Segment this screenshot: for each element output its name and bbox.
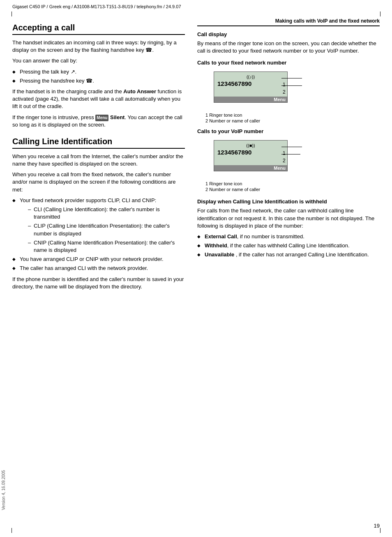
accepting-para4: If the ringer tone is intrusive, press M… <box>12 114 185 129</box>
crop-mark-bottom-left <box>12 528 12 533</box>
fixed-network-ringer-icon: ((♪)) <box>247 74 255 79</box>
withheld-title-text: Display when Calling Line Identification… <box>197 198 327 205</box>
header-left-text: Gigaset C450 IP / Greek eng / A31008-M17… <box>12 4 181 9</box>
cli-bullet1: Your fixed network provider supports CLI… <box>12 197 185 254</box>
page-header: Gigaset C450 IP / Greek eng / A31008-M17… <box>0 0 392 9</box>
cli-dash2: CLIP (Calling Line Identification Presen… <box>28 222 185 237</box>
withheld-term: Withheld <box>205 242 227 249</box>
fixed-network-menu-bar: Menu <box>214 97 287 102</box>
voip-label1: 1 Ringer tone icon <box>205 181 380 186</box>
crop-mark-bottom-right <box>380 528 380 533</box>
fixed-network-number: 1234567890 <box>217 79 284 88</box>
bullet-talk-key: Pressing the talk key ↗. <box>12 68 185 76</box>
bullet-handsfree-key: Pressing the handsfree key ☎. <box>12 77 185 85</box>
fixed-label2: 2 Number or name of caller <box>205 118 380 123</box>
bullet1-rest: , if no number is transmitted. <box>237 233 304 240</box>
cli-para1: When you receive a call from the Interne… <box>12 153 185 168</box>
voip-calls-title: Calls to your VoIP number <box>197 128 380 134</box>
cli-bullet-list: Your fixed network provider supports CLI… <box>12 197 185 272</box>
withheld-title: Display when Calling Line Identification… <box>197 198 380 205</box>
voip-label2: 2 Number or name of caller <box>205 187 380 192</box>
cli-para2: When you receive a call from the fixed n… <box>12 171 185 194</box>
fixed-network-calls-title: Calls to your fixed network number <box>197 60 380 66</box>
fixed-label1: 1 Ringer tone icon <box>205 113 380 118</box>
top-right-heading-text: Making calls with VoIP and the fixed net… <box>275 18 380 24</box>
page-content: Accepting a call The handset indicates a… <box>0 15 392 294</box>
cli-bullet2: You have arranged CLIP or CNIP with your… <box>12 256 185 263</box>
withheld-bullet2: Withheld, if the caller has withheld Cal… <box>197 242 380 249</box>
fixed-network-phone-wrapper: ((♪)) 1234567890 Menu 1 2 <box>205 68 288 104</box>
voip-number: 1234567890 <box>217 148 284 157</box>
right-column: Making calls with VoIP and the fixed net… <box>197 15 380 294</box>
version-vertical-text: Version 4, 16.09.2005 <box>1 470 6 510</box>
voip-ringer-icon: ((■)) <box>246 143 255 148</box>
cli-para3: If the phone number is identified and th… <box>12 276 185 290</box>
accepting-para3: If the handset is in the charging cradle… <box>12 88 185 111</box>
version-text: Version 4, 16.09.2005 <box>1 470 6 510</box>
voip-icon-row: ((■)) <box>217 142 284 148</box>
accepting-para2: You can answer the call by: <box>12 57 185 65</box>
fixed-network-phone-screen: ((♪)) 1234567890 Menu <box>214 71 288 103</box>
bullet2-rest: , if the caller has withheld Calling Lin… <box>227 242 350 249</box>
cli-dash1: CLI (Calling Line Identification): the c… <box>28 206 185 221</box>
page-number: 19 <box>374 523 380 529</box>
voip-labels: 1 Ringer tone icon 2 Number or name of c… <box>205 181 380 192</box>
right-col-top-heading: Making calls with VoIP and the fixed net… <box>197 15 380 26</box>
cli-dash3: CNIP (Calling Name Identification Presen… <box>28 239 185 254</box>
bullet3-rest: , if the caller has not arranged Calling… <box>234 251 369 258</box>
auto-answer-term: Auto Answer <box>123 88 156 94</box>
withheld-bullet3: Unavailable , if the caller has not arra… <box>197 251 380 258</box>
voip-ann2-num: 2 <box>283 158 286 164</box>
accepting-bullets: Pressing the talk key ↗. Pressing the ha… <box>12 68 185 85</box>
unavailable-term: Unavailable <box>205 251 234 258</box>
fixed-ann2: 2 <box>281 82 302 95</box>
voip-ann2: 2 <box>281 151 300 164</box>
cli-bullet3: The caller has arranged CLI with the net… <box>12 265 185 272</box>
silent-term: Silent <box>110 114 125 120</box>
accepting-a-call-title: Accepting a call <box>12 23 185 35</box>
withheld-bullets: External Call, if no number is transmitt… <box>197 233 380 259</box>
cli-title: Calling Line Identification <box>12 137 185 149</box>
accepting-para1: The handset indicates an incoming call i… <box>12 39 185 54</box>
voip-phone-screen: ((■)) 1234567890 Menu <box>214 140 288 171</box>
fixed-network-screen-inner: ((♪)) 1234567890 <box>214 72 287 97</box>
voip-screen-inner: ((■)) 1234567890 <box>214 141 287 165</box>
fixed-network-icon-row: ((♪)) <box>217 74 284 79</box>
menu-badge: Menu <box>95 115 108 121</box>
page-footer: 19 <box>0 523 392 529</box>
call-display-title: Call display <box>197 31 380 37</box>
fixed-ann2-num: 2 <box>283 89 286 95</box>
withheld-bullet1: External Call, if no number is transmitt… <box>197 233 380 240</box>
left-column: Accepting a call The handset indicates a… <box>12 15 185 294</box>
cli-dash-list: CLI (Calling Line Identification): the c… <box>28 206 185 254</box>
voip-phone-wrapper: ((■)) 1234567890 Menu 1 2 <box>205 137 288 173</box>
voip-menu-bar: Menu <box>214 165 287 171</box>
external-call-term: External Call <box>205 233 237 240</box>
withheld-para1: For calls from the fixed network, the ca… <box>197 207 380 230</box>
fixed-network-labels: 1 Ringer tone icon 2 Number or name of c… <box>205 113 380 123</box>
call-display-para1: By means of the ringer tone icon on the … <box>197 40 380 55</box>
